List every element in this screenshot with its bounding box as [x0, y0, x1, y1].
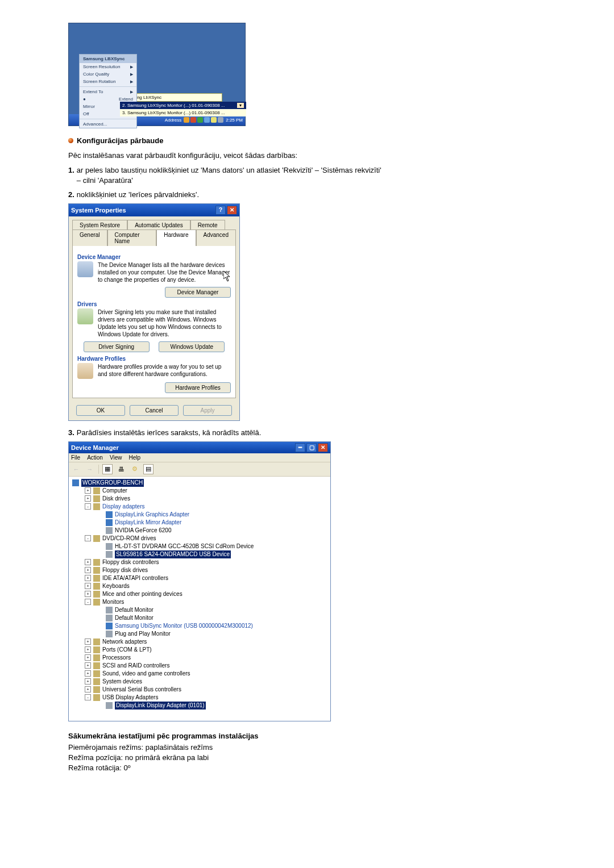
tree-toggle-icon[interactable]: +	[85, 559, 91, 565]
menu-help[interactable]: Help	[128, 454, 140, 461]
tree-node-label: Universal Serial Bus controllers	[102, 686, 181, 694]
tree-toggle-icon[interactable]: +	[85, 654, 91, 661]
tree-toggle-icon[interactable]: +	[85, 678, 91, 685]
tree-node[interactable]: +Floppy disk controllers	[85, 558, 327, 566]
tree-toggle-icon[interactable]: +	[85, 670, 91, 677]
close-icon[interactable]: ✕	[227, 206, 237, 215]
tree-toggle-icon[interactable]: -	[85, 535, 91, 541]
tray-icon[interactable]	[197, 117, 203, 123]
menu-file[interactable]: File	[71, 454, 80, 461]
tree-leaf[interactable]: DisplayLink Display Adapter (0101)	[97, 702, 327, 710]
tree-toggle-icon[interactable]: +	[85, 686, 91, 692]
tab-general[interactable]: General	[72, 229, 107, 246]
device-manager-button[interactable]: Device Manager	[165, 287, 231, 298]
tree-node[interactable]: +Universal Serial Bus controllers	[85, 686, 327, 694]
tree-node[interactable]: +Keyboards	[85, 582, 327, 590]
tree-toggle-icon[interactable]: +	[85, 591, 91, 597]
tree-toggle-icon[interactable]: +	[85, 662, 91, 669]
menu-item[interactable]: Extend To▶	[80, 88, 136, 95]
tree-toggle-icon[interactable]: +	[85, 583, 91, 589]
tray-icon[interactable]	[184, 117, 189, 123]
list-icon[interactable]: ▤	[143, 464, 154, 474]
tree-leaf[interactable]: NVIDIA GeForce 6200	[97, 527, 327, 535]
tab-hardware[interactable]: Hardware	[156, 229, 196, 246]
tab-system-restore[interactable]: System Restore	[72, 220, 127, 230]
tree-node[interactable]: +Sound, video and game controllers	[85, 670, 327, 678]
tab-automatic-updates[interactable]: Automatic Updates	[127, 220, 190, 230]
menu-action[interactable]: Action	[87, 454, 103, 461]
tree-node[interactable]: +System devices	[85, 678, 327, 686]
tray-icon[interactable]	[190, 117, 196, 123]
tree-leaf-label: Plug and Play Monitor	[115, 630, 171, 638]
tree-toggle-icon[interactable]: -	[85, 694, 91, 700]
tree-node[interactable]: +IDE ATA/ATAPI controllers	[85, 574, 327, 582]
back-icon[interactable]: ←	[71, 464, 81, 474]
properties-icon[interactable]: ▦	[102, 464, 113, 474]
tree-node[interactable]: +SCSI and RAID controllers	[85, 662, 327, 670]
tree-node-label: Computer	[102, 487, 127, 495]
device-icon	[106, 615, 113, 621]
chevron-down-icon[interactable]: ▾	[237, 103, 244, 108]
device-tree[interactable]: WORKGROUP-BENCH+Computer+Disk drives-Dis…	[69, 477, 330, 721]
tree-leaf[interactable]: Default Monitor	[97, 606, 327, 614]
tree-toggle-icon[interactable]: +	[85, 639, 91, 645]
tray-icon[interactable]	[211, 117, 217, 123]
step-text: ar peles labo taustiņu noklikšķiniet uz …	[77, 165, 387, 186]
windows-update-button[interactable]: Windows Update	[159, 341, 225, 352]
tree-toggle-icon[interactable]: +	[85, 567, 91, 573]
print-icon[interactable]: 🖶	[116, 464, 126, 474]
tree-leaf[interactable]: HL-DT-ST DVDRAM GCC-4520B SCSI CdRom Dev…	[97, 542, 327, 550]
tree-leaf[interactable]: Samsung UbiSync Monitor (USB 000000042M3…	[97, 622, 327, 630]
tree-toggle-icon[interactable]: +	[85, 495, 91, 502]
maximize-icon[interactable]: ▢	[306, 443, 317, 452]
tree-toggle-icon[interactable]: +	[85, 646, 91, 653]
forward-icon[interactable]: →	[85, 464, 95, 474]
tree-leaf[interactable]: DisplayLink Graphics Adapter	[97, 511, 327, 519]
chevron-right-icon: ▶	[130, 72, 133, 77]
tree-toggle-icon[interactable]: +	[85, 575, 91, 581]
cancel-button[interactable]: Cancel	[130, 405, 179, 416]
tree-node[interactable]: +Computer	[85, 487, 327, 495]
tray-icon[interactable]	[218, 117, 223, 123]
menu-item[interactable]: Color Quality▶	[80, 70, 136, 78]
monitor-select-dropdown[interactable]: 2. Samsung LbXSync Monitor (...) 01.01-0…	[120, 102, 246, 116]
tree-leaf[interactable]: Plug and Play Monitor	[97, 630, 327, 638]
tray-icon[interactable]	[204, 117, 210, 123]
help-icon[interactable]: ?	[215, 206, 226, 215]
tree-node[interactable]: +Mice and other pointing devices	[85, 590, 327, 598]
tree-node[interactable]: +Floppy disk drives	[85, 566, 327, 574]
category-icon	[93, 559, 100, 566]
tree-leaf[interactable]: Default Monitor	[97, 614, 327, 622]
tab-advanced[interactable]: Advanced	[196, 229, 236, 246]
setting-mode: Piemērojamais režīms: paplašinātais režī…	[68, 742, 387, 753]
tree-node[interactable]: +Network adapters	[85, 638, 327, 646]
menu-view[interactable]: View	[110, 454, 122, 461]
tree-node[interactable]: -Monitors	[85, 598, 327, 606]
tree-node[interactable]: +Disk drives	[85, 495, 327, 503]
tree-node[interactable]: -Display adapters	[85, 503, 327, 511]
tree-toggle-icon[interactable]: -	[85, 503, 91, 510]
tab-remote[interactable]: Remote	[190, 220, 225, 230]
tree-leaf[interactable]: DisplayLink Mirror Adapter	[97, 519, 327, 527]
tree-toggle-icon[interactable]: +	[85, 487, 91, 494]
minimize-icon[interactable]: ━	[295, 443, 305, 452]
tree-leaf[interactable]: SL9S9816 SA24-ONDRAMDCD USB Device	[97, 550, 327, 558]
tree-node[interactable]: -DVD/CD-ROM drives	[85, 535, 327, 542]
tree-leaf-label: NVIDIA GeForce 6200	[115, 527, 172, 535]
tree-node[interactable]: +Processors	[85, 654, 327, 662]
ok-button[interactable]: OK	[76, 405, 125, 416]
scan-icon[interactable]: ⚙	[130, 464, 140, 474]
tree-node[interactable]: -USB Display Adapters	[85, 694, 327, 702]
menu-item[interactable]: Advanced...	[80, 120, 136, 128]
tree-root[interactable]: WORKGROUP-BENCH	[81, 479, 144, 487]
tree-node[interactable]: +Ports (COM & LPT)	[85, 646, 327, 654]
menu-item[interactable]: Screen Rotation▶	[80, 78, 136, 85]
dropdown-option[interactable]: 3. Samsung LbXSync Monitor (...) 01.01-0…	[120, 109, 246, 116]
driver-signing-button[interactable]: Driver Signing	[84, 341, 150, 352]
hardware-profiles-button[interactable]: Hardware Profiles	[165, 382, 231, 393]
tree-toggle-icon[interactable]: -	[85, 599, 91, 605]
tab-computer-name[interactable]: Computer Name	[107, 229, 157, 246]
step-1: 1. ar peles labo taustiņu noklikšķiniet …	[68, 165, 387, 186]
menu-item[interactable]: Screen Resolution▶	[80, 63, 136, 70]
close-icon[interactable]: ✕	[318, 443, 328, 452]
